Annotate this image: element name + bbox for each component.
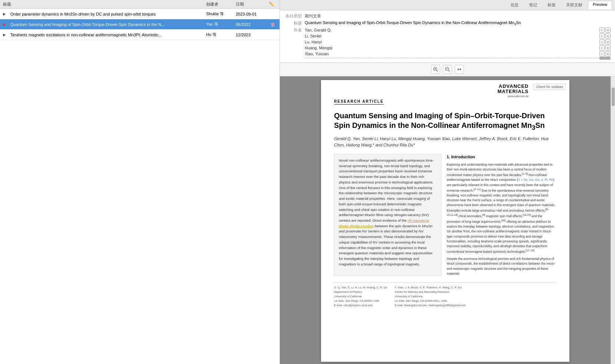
author-plus-btn[interactable]: + <box>605 33 611 39</box>
tab-tags[interactable]: 标签 <box>543 1 561 9</box>
expand-icon: ▶ <box>3 33 9 37</box>
pdf-page: Check for updates ADVANCEDMATERIALS www.… <box>321 80 569 362</box>
highlight-link[interactable]: off-resonance dipole–dipole coupling <box>339 218 429 228</box>
scrollbar-thumb[interactable] <box>612 87 615 106</box>
author-plus-btn[interactable]: + <box>605 39 611 44</box>
author-row: Lu, Hanyi − + <box>305 39 611 44</box>
pdf-abstract: Novel non-collinear antiferromagnets wit… <box>334 154 442 276</box>
zoom-out-btn[interactable] <box>443 65 452 74</box>
check-updates-btn[interactable]: Check for updates <box>533 84 566 90</box>
item-creator: Hu 等 <box>206 32 236 37</box>
header-date-col: 日期 <box>236 1 269 7</box>
svg-line-5 <box>449 70 450 72</box>
reference-list-panel: 标题 创建者 日期 ✏️ ▶ Order parameter dynamics … <box>0 0 280 364</box>
info-row-title: 标题 Quantum Sensing and Imaging of Spin-O… <box>284 20 611 26</box>
pdf-authors: Gerald Q. Yan, Senlei Li, Hanyi Lu, Meng… <box>334 136 556 149</box>
expand-icon: ▶ <box>3 22 9 26</box>
author-plus-btn[interactable]: + <box>605 27 611 33</box>
author-name: Xiao, Yuxuan <box>305 52 329 56</box>
author-row: Yan, Gerald Q. − + <box>305 27 611 33</box>
authors-label: 作者 <box>284 27 305 33</box>
right-panel: 信息 笔记 标签 关联文献 Preview 条目类型 期刊文章 标题 Quant… <box>280 0 615 364</box>
reference-list: ▶ Order parameter dynamics in Mn3Sn driv… <box>0 9 280 364</box>
pdf-toolbar <box>280 63 615 76</box>
item-delete-btn[interactable]: 🗑 <box>269 21 277 27</box>
journal-name: ADVANCEDMATERIALS <box>497 84 529 95</box>
metadata-panel: 条目类型 期刊文章 标题 Quantum Sensing and Imaging… <box>280 10 615 63</box>
author-name: Yan, Gerald Q. <box>305 28 332 32</box>
author-plus-btn[interactable]: + <box>605 51 611 56</box>
author-row: Li, Senlei − + <box>305 33 611 39</box>
tab-notes[interactable]: 笔记 <box>524 1 542 9</box>
navigate-btn[interactable] <box>455 65 464 74</box>
item-creator: Yan 等 <box>206 21 236 27</box>
list-item[interactable]: ▶ Order parameter dynamics in Mn3Sn driv… <box>0 9 280 19</box>
author-row: Huang, Mengqi − + <box>305 45 611 50</box>
author-actions: − + <box>599 27 611 33</box>
author-minus-btn[interactable]: − <box>599 45 605 50</box>
authors-list: Yan, Gerald Q. − + Li, Senlei − + <box>305 27 611 56</box>
info-row-authors: 作者 Yan, Gerald Q. − + Li, Senlei <box>284 27 611 56</box>
tabs-container: 信息 笔记 标签 关联文献 Preview <box>506 1 612 9</box>
info-row-type: 条目类型 期刊文章 <box>284 13 611 19</box>
item-title: Order parameter dynamics in Mn3Sn driven… <box>10 12 206 16</box>
author-minus-btn[interactable]: − <box>599 39 605 44</box>
author-minus-btn[interactable]: − <box>599 33 605 39</box>
header-creator-col: 创建者 <box>206 1 236 7</box>
header-action-col: ✏️ <box>269 2 277 7</box>
pdf-footer: G. Q. Yan, S. Li, H. Lu, M. Huang, C. R.… <box>334 282 556 308</box>
author-name: Li, Senlei <box>305 34 321 38</box>
header-title-col: 标题 <box>3 1 206 7</box>
author-row: Xiao, Yuxuan − + <box>305 51 611 56</box>
pdf-viewer-wrapper: Check for updates ADVANCEDMATERIALS www.… <box>280 76 615 364</box>
item-title: Terahertz magnetic excitations in non-co… <box>10 33 206 37</box>
tab-related[interactable]: 关联文献 <box>561 1 587 9</box>
title-label: 标题 <box>284 20 305 26</box>
expand-icon: ▶ <box>3 12 9 16</box>
author-name: Huang, Mengqi <box>305 46 333 50</box>
item-date: 06/2022 <box>236 22 269 27</box>
list-item[interactable]: ▶ Terahertz magnetic excitations in non-… <box>0 30 280 40</box>
pdf-body: Novel non-collinear antiferromagnets wit… <box>334 154 556 276</box>
author-actions: − + <box>599 39 611 44</box>
author-minus-btn[interactable]: − <box>599 27 605 33</box>
item-title: Quantum Sensing and Imaging of Spin-Orbi… <box>10 22 206 27</box>
title-value: Quantum Sensing and Imaging of Spin-Orbi… <box>305 20 611 26</box>
tab-preview[interactable]: Preview <box>588 1 612 9</box>
authors-value: Yan, Gerald Q. − + Li, Senlei − + <box>305 27 611 56</box>
journal-logo: ADVANCEDMATERIALS www.advmat.de <box>497 84 529 98</box>
pdf-title: Quantum Sensing and Imaging of Spin–Orbi… <box>334 111 556 132</box>
item-date: 2023-09-01 <box>236 12 269 16</box>
author-plus-btn[interactable]: + <box>605 45 611 50</box>
svg-line-1 <box>437 70 438 72</box>
author-minus-btn[interactable]: − <box>599 51 605 56</box>
list-item[interactable]: ▶ Quantum Sensing and Imaging of Spin-Or… <box>0 19 280 30</box>
tab-bar: 信息 笔记 标签 关联文献 Preview <box>280 0 615 10</box>
author-actions: − + <box>599 51 611 56</box>
pdf-intro: 1. Introduction Exploring and understand… <box>447 154 556 276</box>
intro-title: 1. Introduction <box>447 154 556 160</box>
pdf-scrollbar[interactable] <box>611 76 615 364</box>
type-value: 期刊文章 <box>305 13 611 19</box>
footer-left: G. Q. Yan, S. Li, H. Lu, M. Huang, C. R.… <box>334 285 387 308</box>
tab-info[interactable]: 信息 <box>506 1 523 9</box>
item-date: 12/2023 <box>236 33 269 37</box>
footer-right: Y. Xiao, J. A. Brock, E. E. Fullerton, H… <box>395 285 466 308</box>
author-actions: − + <box>599 33 611 39</box>
pdf-scroll-area[interactable]: Check for updates ADVANCEDMATERIALS www.… <box>280 76 611 364</box>
zoom-in-btn[interactable] <box>431 65 440 74</box>
type-label: 条目类型 <box>284 13 305 19</box>
list-header: 标题 创建者 日期 ✏️ <box>0 0 280 9</box>
author-name: Lu, Hanyi <box>305 40 322 44</box>
item-creator: Shukla 等 <box>206 11 236 17</box>
journal-url: www.advmat.de <box>497 95 529 98</box>
author-actions: − + <box>599 45 611 50</box>
section-label: RESEARCH ARTICLE <box>334 99 556 104</box>
